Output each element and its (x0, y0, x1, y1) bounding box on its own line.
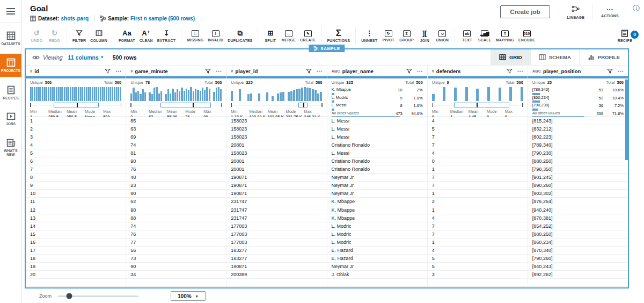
table-cell[interactable]: 0 (428, 157, 528, 165)
toolbar-format-button[interactable]: AaFORMAT (116, 28, 137, 44)
tab-grid[interactable]: GRID (491, 49, 530, 65)
table-cell[interactable]: [870,340] (528, 247, 628, 254)
toolbar-split-button[interactable]: ⊞SPLIT (261, 28, 279, 44)
tab-profile[interactable]: PROFILE (579, 49, 628, 65)
table-cell[interactable]: 73 (126, 255, 226, 262)
toolbar-text-button[interactable]: abTEXT (458, 28, 476, 43)
table-cell[interactable]: 200389 (226, 271, 327, 278)
table-cell[interactable]: L. Modric (327, 239, 428, 246)
column-filter-icon[interactable] (406, 68, 412, 74)
table-cell[interactable]: L. Messi (327, 125, 428, 133)
zoom-slider-thumb[interactable] (67, 293, 72, 299)
table-cell[interactable]: Cristiano Ronaldo (327, 165, 428, 173)
columns-dropdown[interactable]: 11 columns (68, 54, 99, 61)
table-cell[interactable]: 158023 (226, 125, 327, 133)
toolbar-missing-button[interactable]: ∷MISSING (185, 28, 206, 43)
table-cell[interactable]: 158023 (226, 117, 327, 125)
table-cell[interactable]: 2 (428, 198, 528, 205)
column-filter-icon[interactable] (105, 68, 111, 74)
table-cell[interactable]: [815,243] (528, 117, 628, 125)
dataset-link[interactable]: shots-parq (61, 16, 89, 21)
tab-schema[interactable]: SCHEMA (530, 49, 579, 65)
toolbar-functions-button[interactable]: ΣFUNCTIONS (325, 28, 353, 44)
toolbar-extract-button[interactable]: ↧EXTRACT (155, 28, 178, 44)
table-cell[interactable]: [876,254] (528, 198, 628, 205)
lineage-button[interactable]: LINEAGE (560, 3, 592, 21)
table-cell[interactable]: 85 (126, 117, 226, 125)
table-cell[interactable]: 7 (428, 222, 528, 230)
table-cell[interactable]: 20801 (226, 157, 327, 165)
table-cell[interactable]: 7 (428, 182, 528, 189)
info-icon[interactable]: ⓘ (633, 4, 640, 13)
table-cell[interactable]: 18 (26, 255, 126, 262)
table-cell[interactable]: 177003 (226, 239, 327, 246)
toolbar-mapping-button[interactable]: ⠿MAPPING (494, 28, 516, 43)
toolbar-scale-button[interactable]: ▂▅▇SCALE (476, 28, 494, 43)
table-cell[interactable]: Neymar Jr (327, 190, 428, 197)
table-cell[interactable]: 3 (428, 271, 528, 278)
table-cell[interactable]: 62 (126, 198, 226, 205)
toolbar-merge-button[interactable]: ↔MERGE (279, 28, 298, 43)
zoom-level-button[interactable]: 100% ▼ (171, 291, 206, 301)
table-cell[interactable]: 1 (428, 206, 528, 214)
sidebar-item-recipes[interactable]: RECIPES (0, 81, 21, 104)
table-cell[interactable]: [789,340] (528, 141, 628, 149)
toolbar-encode-button[interactable]: 010ENCODE (516, 28, 537, 43)
table-cell[interactable]: 56 (126, 247, 226, 254)
table-cell[interactable]: [870,381] (528, 214, 628, 222)
vertical-scrollbar[interactable] (625, 80, 628, 160)
table-cell[interactable]: 5 (428, 263, 528, 270)
table-cell[interactable]: 7 (428, 141, 528, 149)
chevron-down-icon[interactable]: ▼ (100, 55, 104, 59)
table-cell[interactable]: 81 (126, 149, 226, 157)
column-menu-icon[interactable]: ⋯ (517, 68, 524, 74)
actions-button[interactable]: ⋯ ACTIONS (594, 3, 626, 21)
table-cell[interactable]: E. Hazard (327, 247, 428, 254)
table-cell[interactable]: [790,260] (528, 255, 628, 262)
sidebar-item-jobs[interactable]: JOBS (0, 108, 21, 129)
table-cell[interactable]: Cristiano Ronaldo (327, 157, 428, 165)
table-cell[interactable]: 231747 (226, 206, 327, 214)
table-cell[interactable]: L. Modric (327, 222, 428, 230)
table-cell[interactable]: 231747 (226, 198, 327, 205)
toolbar-invalid-button[interactable]: !INVALID (206, 28, 225, 43)
table-cell[interactable]: 74 (126, 222, 226, 230)
table-cell[interactable]: J. Oblak (327, 271, 428, 278)
column-menu-icon[interactable]: ⋯ (317, 68, 323, 74)
table-cell[interactable]: [903,302] (528, 190, 628, 197)
table-cell[interactable]: 90 (126, 263, 226, 270)
table-cell[interactable]: 4 (428, 247, 528, 254)
table-cell[interactable]: 69 (126, 133, 226, 141)
table-cell[interactable]: 90 (126, 206, 226, 214)
column-menu-icon[interactable]: ⋯ (618, 68, 624, 74)
table-cell[interactable]: 4 (26, 141, 126, 149)
table-cell[interactable]: L. Modric (327, 230, 428, 238)
toolbar-unnest-button[interactable]: ⋮UNNEST (359, 28, 379, 44)
table-cell[interactable]: 177003 (226, 222, 327, 230)
column-filter-icon[interactable] (507, 68, 513, 74)
table-cell[interactable]: 11 (26, 198, 126, 205)
toolbar-duplicates-button[interactable]: ⧉DUPLICATES (225, 28, 254, 44)
toolbar-column-button[interactable]: COLUMN (88, 28, 109, 44)
table-cell[interactable]: 3 (26, 133, 126, 141)
table-cell[interactable]: 8 (26, 174, 126, 181)
table-cell[interactable]: 4 (428, 149, 528, 157)
toolbar-join-button[interactable]: ][JOIN (416, 28, 434, 44)
toolbar-union-button[interactable]: ∪UNION (434, 28, 451, 43)
table-cell[interactable]: 190871 (226, 190, 327, 197)
table-cell[interactable]: [940,240] (528, 206, 628, 214)
menu-icon[interactable] (0, 0, 21, 23)
table-cell[interactable]: [892,262] (528, 271, 628, 278)
table-cell[interactable]: 17 (26, 247, 126, 254)
sidebar-item-what-s-new[interactable]: WHAT'S NEW (0, 134, 21, 161)
toolbar-create-button[interactable]: ✎CREATE (298, 28, 318, 43)
sidebar-item-datasets[interactable]: DATASETS (0, 27, 21, 49)
table-cell[interactable]: [880,250] (528, 157, 628, 165)
table-cell[interactable]: 190871 (226, 174, 327, 181)
table-cell[interactable]: [890,260] (528, 182, 628, 189)
table-cell[interactable]: [901,245] (528, 174, 628, 181)
table-cell[interactable]: Cristiano Ronaldo (327, 141, 428, 149)
table-cell[interactable]: 1 (428, 239, 528, 246)
table-cell[interactable]: [832,212] (528, 125, 628, 133)
table-cell[interactable]: 88 (126, 214, 226, 222)
